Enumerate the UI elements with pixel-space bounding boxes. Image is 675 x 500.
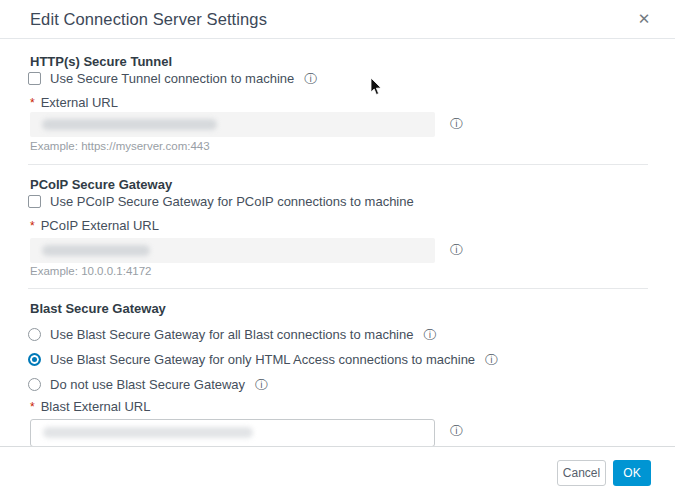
section-heading-pcoip: PCoIP Secure Gateway: [30, 177, 172, 192]
required-marker: *: [30, 400, 35, 414]
edit-connection-server-settings-dialog: Edit Connection Server Settings ✕ HTTP(s…: [0, 0, 675, 500]
ok-button[interactable]: OK: [613, 460, 651, 486]
pcoip-checkbox-label: Use PCoIP Secure Gateway for PCoIP conne…: [50, 194, 414, 209]
mouse-cursor: [370, 78, 382, 96]
external-url-example: Example: https://myserver.com:443: [30, 140, 210, 152]
section-heading-blast: Blast Secure Gateway: [30, 301, 166, 316]
info-icon[interactable]: ⓘ: [450, 117, 463, 130]
redacted-value: [42, 119, 217, 130]
blast-radio-none-label: Do not use Blast Secure Gateway: [50, 377, 245, 392]
blast-radio-row-none: Do not use Blast Secure Gateway ⓘ: [28, 376, 268, 392]
pcoip-url-example: Example: 10.0.0.1:4172: [30, 265, 151, 277]
pcoip-checkbox[interactable]: [28, 195, 41, 208]
cancel-button[interactable]: Cancel: [557, 460, 606, 486]
info-icon[interactable]: ⓘ: [255, 378, 268, 391]
dialog-footer: Cancel OK: [0, 446, 675, 500]
blast-radio-row-html-access: Use Blast Secure Gateway for only HTML A…: [28, 351, 498, 367]
redacted-value: [43, 427, 253, 438]
info-icon[interactable]: ⓘ: [485, 353, 498, 366]
external-url-input[interactable]: [30, 112, 435, 137]
pcoip-external-url-label: *PCoIP External URL: [30, 218, 159, 233]
dialog-header: Edit Connection Server Settings ✕: [0, 0, 675, 39]
section-heading-secure-tunnel: HTTP(s) Secure Tunnel: [30, 54, 172, 69]
dialog-title: Edit Connection Server Settings: [30, 10, 267, 29]
blast-radio-row-all: Use Blast Secure Gateway for all Blast c…: [28, 326, 436, 342]
info-icon[interactable]: ⓘ: [304, 72, 317, 85]
required-marker: *: [30, 219, 35, 233]
secure-tunnel-checkbox[interactable]: [28, 72, 41, 85]
close-icon[interactable]: ✕: [635, 10, 653, 28]
required-marker: *: [30, 96, 35, 110]
pcoip-external-url-input[interactable]: [30, 238, 435, 263]
secure-tunnel-checkbox-row: Use Secure Tunnel connection to machine …: [28, 70, 317, 86]
blast-radio-all[interactable]: [28, 328, 41, 341]
info-icon[interactable]: ⓘ: [450, 424, 463, 437]
blast-external-url-input[interactable]: [30, 419, 435, 447]
blast-radio-html-access-label: Use Blast Secure Gateway for only HTML A…: [50, 352, 475, 367]
secure-tunnel-checkbox-label: Use Secure Tunnel connection to machine: [50, 71, 294, 86]
section-divider: [28, 164, 648, 165]
info-icon[interactable]: ⓘ: [450, 243, 463, 256]
section-divider: [28, 288, 648, 289]
blast-external-url-label: *Blast External URL: [30, 399, 151, 414]
redacted-value: [42, 245, 150, 256]
blast-radio-all-label: Use Blast Secure Gateway for all Blast c…: [50, 327, 413, 342]
blast-radio-none[interactable]: [28, 378, 41, 391]
external-url-label: *External URL: [30, 95, 118, 110]
info-icon[interactable]: ⓘ: [423, 328, 436, 341]
pcoip-checkbox-row: Use PCoIP Secure Gateway for PCoIP conne…: [28, 193, 414, 209]
blast-radio-html-access[interactable]: [28, 353, 41, 366]
